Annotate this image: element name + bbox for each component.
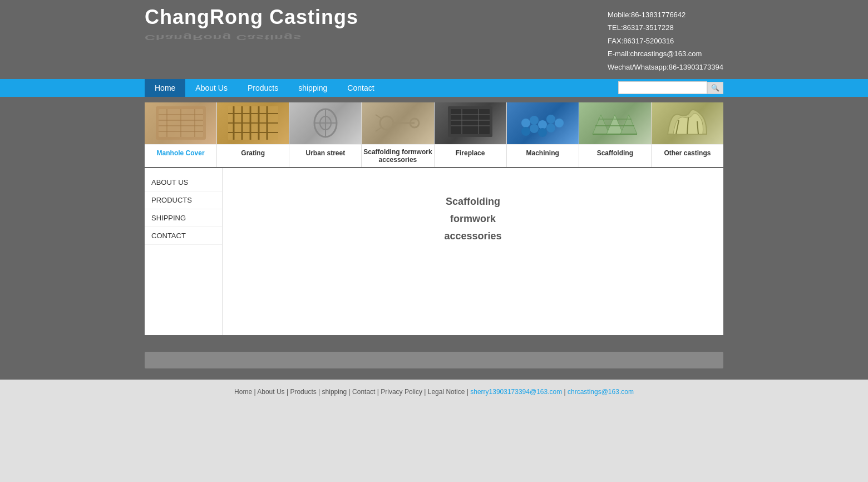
product-scaffolding-fw[interactable]: Scaffolding formwork accessories — [362, 102, 434, 167]
svg-point-36 — [538, 120, 547, 129]
main-wrapper: Manhole Cover Grating — [0, 97, 868, 346]
svg-point-37 — [546, 115, 555, 124]
product-urban-label: Urban street — [289, 144, 361, 162]
footer-shipping[interactable]: shipping — [322, 388, 347, 396]
sidebar-contact[interactable]: CONTACT — [145, 227, 222, 245]
footer-links: Home | About Us | Products | shipping | … — [0, 380, 868, 404]
footer-bar — [0, 346, 868, 380]
navbar: Home About Us Products shipping Contact … — [0, 79, 868, 97]
main-content: Scaffolding formwork accessories — [223, 168, 723, 335]
svg-point-35 — [530, 116, 539, 125]
svg-rect-28 — [451, 109, 490, 134]
product-scaffolding-label: Scaffolding — [579, 144, 651, 162]
footer-privacy[interactable]: Privacy Policy — [381, 388, 422, 396]
product-manhole-label: Manhole Cover — [145, 144, 216, 162]
contact-tel: TEL:86317-3517228 — [608, 21, 723, 34]
nav-shipping[interactable]: shipping — [288, 79, 337, 97]
svg-line-25 — [376, 115, 382, 119]
product-machining-label: Machining — [507, 144, 579, 162]
product-manhole[interactable]: Manhole Cover — [145, 102, 217, 167]
product-fireplace-img — [435, 102, 506, 144]
product-grating-label: Grating — [217, 144, 289, 162]
nav-about[interactable]: About Us — [185, 79, 238, 97]
footer-contact[interactable]: Contact — [352, 388, 375, 396]
sidebar: ABOUT US PRODUCTS SHIPPING CONTACT — [145, 168, 223, 335]
product-fireplace-label: Fireplace — [435, 144, 506, 162]
product-machining[interactable]: Machining — [507, 102, 579, 167]
svg-point-42 — [546, 124, 555, 132]
product-urban-img — [289, 102, 361, 144]
product-manhole-img — [145, 102, 216, 144]
svg-point-40 — [530, 124, 539, 133]
content-section: ABOUT US PRODUCTS SHIPPING CONTACT Scaff… — [145, 168, 723, 335]
product-grid: Manhole Cover Grating — [145, 102, 723, 167]
sidebar-products[interactable]: PRODUCTS — [145, 191, 222, 209]
product-other-label: Other castings — [652, 144, 723, 162]
header: ChangRong Castings ChangRong Castings Mo… — [0, 0, 868, 79]
contact-fax: FAX:86317-5200316 — [608, 35, 723, 47]
logo-reflection: ChangRong Castings — [145, 33, 358, 42]
contact-wechat: Wechat/Whatsapp:86-13903173394 — [608, 61, 723, 73]
svg-line-26 — [376, 127, 382, 131]
product-machining-img — [507, 102, 579, 144]
product-grating[interactable]: Grating — [217, 102, 289, 167]
product-other[interactable]: Other castings — [652, 102, 723, 167]
content-title-scaffolding: Scaffolding — [446, 196, 500, 208]
svg-point-38 — [555, 119, 564, 127]
product-urban[interactable]: Urban street — [289, 102, 362, 167]
footer-about[interactable]: About Us — [257, 388, 284, 396]
footer-home[interactable]: Home — [234, 388, 252, 396]
svg-point-34 — [521, 119, 530, 127]
footer-products[interactable]: Products — [290, 388, 316, 396]
search-button[interactable]: 🔍 — [707, 82, 723, 94]
sidebar-about[interactable]: ABOUT US — [145, 174, 222, 191]
svg-point-41 — [538, 128, 547, 137]
contact-email: E-mail:chrcastings@163.com — [608, 47, 723, 60]
footer-banner — [145, 352, 723, 368]
search-box: 🔍 — [618, 81, 723, 94]
product-other-img — [652, 102, 723, 144]
logo-area: ChangRong Castings ChangRong Castings — [145, 6, 358, 46]
footer-email1[interactable]: sherry13903173394@163.com — [470, 388, 562, 396]
product-grating-img — [217, 102, 289, 144]
contact-info: Mobile:86-13831776642 TEL:86317-3517228 … — [608, 6, 723, 73]
product-scaffolding-fw-label: Scaffolding formwork accessories — [362, 144, 433, 167]
nav-contact[interactable]: Contact — [337, 79, 384, 97]
contact-mobile: Mobile:86-13831776642 — [608, 8, 723, 21]
logo-text: ChangRong Castings — [145, 6, 358, 28]
search-input[interactable] — [618, 81, 707, 94]
svg-point-39 — [521, 127, 530, 136]
product-scaffolding-img — [579, 102, 651, 144]
footer-email2[interactable]: chrcastings@163.com — [568, 388, 634, 396]
nav-home[interactable]: Home — [145, 79, 185, 97]
nav-products[interactable]: Products — [238, 79, 288, 97]
sidebar-shipping[interactable]: SHIPPING — [145, 209, 222, 227]
product-fireplace[interactable]: Fireplace — [435, 102, 507, 167]
product-scaffolding-fw-img — [362, 102, 433, 144]
product-scaffolding[interactable]: Scaffolding — [579, 102, 652, 167]
content-title-accessories: accessories — [444, 230, 501, 242]
footer-legal[interactable]: Legal Notice — [428, 388, 465, 396]
content-title-formwork: formwork — [450, 213, 496, 225]
